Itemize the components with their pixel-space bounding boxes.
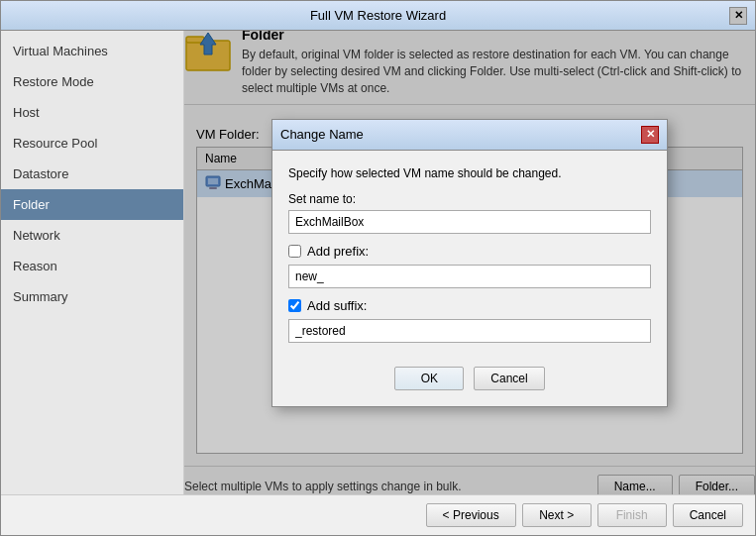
set-name-label: Set name to: [288, 192, 651, 206]
main-content: Virtual MachinesRestore ModeHostResource… [1, 31, 755, 494]
modal-body: Specify how selected VM name should be c… [272, 151, 667, 406]
prefix-input[interactable] [288, 265, 651, 288]
sidebar-item-datastore[interactable]: Datastore [1, 159, 183, 189]
cancel-button[interactable]: Cancel [673, 503, 743, 527]
previous-button[interactable]: < Previous [426, 503, 516, 527]
modal-title: Change Name [280, 127, 364, 142]
modal-close-button[interactable]: ✕ [641, 126, 659, 144]
next-button[interactable]: Next > [522, 503, 592, 527]
sidebar-item-reason[interactable]: Reason [1, 251, 183, 281]
sidebar: Virtual MachinesRestore ModeHostResource… [1, 31, 184, 494]
add-suffix-checkbox[interactable] [288, 299, 301, 312]
modal-description: Specify how selected VM name should be c… [288, 166, 651, 180]
window-close-button[interactable]: ✕ [729, 7, 747, 25]
sidebar-item-virtual-machines[interactable]: Virtual Machines [1, 36, 183, 66]
window-title: Full VM Restore Wizard [27, 8, 729, 23]
main-window: Full VM Restore Wizard ✕ Virtual Machine… [0, 0, 756, 536]
sidebar-item-network[interactable]: Network [1, 220, 183, 251]
modal-footer: OK Cancel [288, 367, 651, 390]
add-suffix-label: Add suffix: [307, 298, 367, 313]
title-bar: Full VM Restore Wizard ✕ [1, 1, 755, 31]
add-suffix-row: Add suffix: [288, 298, 651, 313]
modal-ok-button[interactable]: OK [394, 367, 464, 390]
finish-button[interactable]: Finish [597, 503, 667, 527]
add-prefix-checkbox[interactable] [288, 245, 301, 258]
modal-overlay: Change Name ✕ Specify how selected VM na… [184, 31, 755, 494]
sidebar-item-restore-mode[interactable]: Restore Mode [1, 66, 183, 97]
sidebar-item-resource-pool[interactable]: Resource Pool [1, 128, 183, 159]
sidebar-item-summary[interactable]: Summary [1, 281, 183, 312]
footer: < Previous Next > Finish Cancel [1, 494, 755, 535]
modal-title-bar: Change Name ✕ [272, 120, 667, 151]
set-name-input[interactable] [288, 210, 651, 234]
sidebar-item-folder[interactable]: Folder [1, 189, 183, 220]
suffix-input[interactable] [288, 319, 651, 343]
add-prefix-label: Add prefix: [307, 244, 369, 259]
add-prefix-row: Add prefix: [288, 244, 651, 259]
change-name-modal: Change Name ✕ Specify how selected VM na… [271, 119, 668, 407]
modal-cancel-button[interactable]: Cancel [474, 367, 544, 390]
sidebar-item-host[interactable]: Host [1, 97, 183, 128]
